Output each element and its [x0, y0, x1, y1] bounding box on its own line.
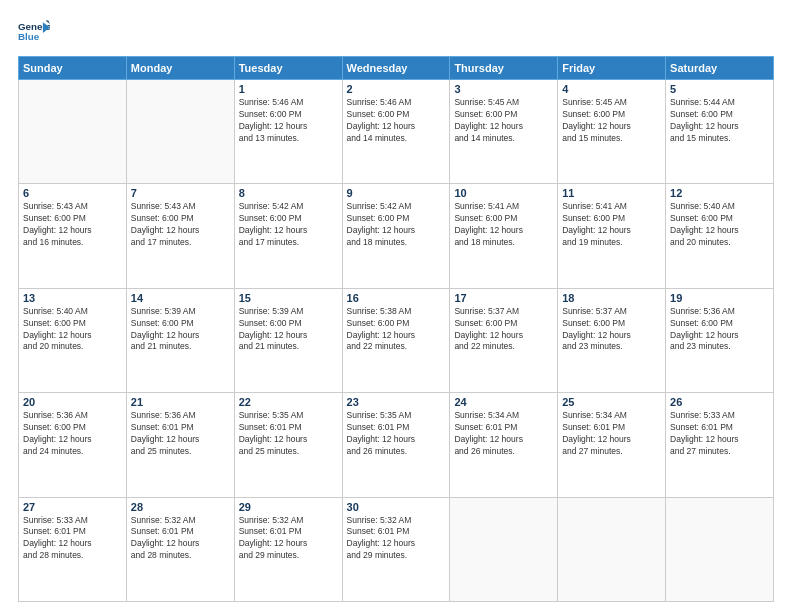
- day-number: 7: [131, 187, 230, 199]
- day-info: Sunrise: 5:41 AM Sunset: 6:00 PM Dayligh…: [454, 201, 553, 249]
- week-row-5: 27Sunrise: 5:33 AM Sunset: 6:01 PM Dayli…: [19, 497, 774, 601]
- calendar-table: SundayMondayTuesdayWednesdayThursdayFrid…: [18, 56, 774, 602]
- day-info: Sunrise: 5:34 AM Sunset: 6:01 PM Dayligh…: [454, 410, 553, 458]
- day-info: Sunrise: 5:36 AM Sunset: 6:01 PM Dayligh…: [131, 410, 230, 458]
- day-info: Sunrise: 5:32 AM Sunset: 6:01 PM Dayligh…: [347, 515, 446, 563]
- day-info: Sunrise: 5:36 AM Sunset: 6:00 PM Dayligh…: [670, 306, 769, 354]
- calendar-cell: 6Sunrise: 5:43 AM Sunset: 6:00 PM Daylig…: [19, 184, 127, 288]
- calendar-cell: 9Sunrise: 5:42 AM Sunset: 6:00 PM Daylig…: [342, 184, 450, 288]
- day-info: Sunrise: 5:43 AM Sunset: 6:00 PM Dayligh…: [131, 201, 230, 249]
- day-info: Sunrise: 5:44 AM Sunset: 6:00 PM Dayligh…: [670, 97, 769, 145]
- weekday-header-row: SundayMondayTuesdayWednesdayThursdayFrid…: [19, 57, 774, 80]
- calendar-cell: [450, 497, 558, 601]
- calendar-cell: 1Sunrise: 5:46 AM Sunset: 6:00 PM Daylig…: [234, 80, 342, 184]
- day-info: Sunrise: 5:34 AM Sunset: 6:01 PM Dayligh…: [562, 410, 661, 458]
- day-info: Sunrise: 5:45 AM Sunset: 6:00 PM Dayligh…: [562, 97, 661, 145]
- calendar-cell: 21Sunrise: 5:36 AM Sunset: 6:01 PM Dayli…: [126, 393, 234, 497]
- page: General Blue SundayMondayTuesdayWednesda…: [0, 0, 792, 612]
- day-number: 5: [670, 83, 769, 95]
- day-info: Sunrise: 5:40 AM Sunset: 6:00 PM Dayligh…: [670, 201, 769, 249]
- day-number: 13: [23, 292, 122, 304]
- calendar-cell: 17Sunrise: 5:37 AM Sunset: 6:00 PM Dayli…: [450, 288, 558, 392]
- header: General Blue: [18, 18, 774, 46]
- day-info: Sunrise: 5:40 AM Sunset: 6:00 PM Dayligh…: [23, 306, 122, 354]
- week-row-3: 13Sunrise: 5:40 AM Sunset: 6:00 PM Dayli…: [19, 288, 774, 392]
- day-number: 27: [23, 501, 122, 513]
- day-number: 14: [131, 292, 230, 304]
- day-info: Sunrise: 5:35 AM Sunset: 6:01 PM Dayligh…: [347, 410, 446, 458]
- weekday-header-friday: Friday: [558, 57, 666, 80]
- calendar-cell: 14Sunrise: 5:39 AM Sunset: 6:00 PM Dayli…: [126, 288, 234, 392]
- weekday-header-wednesday: Wednesday: [342, 57, 450, 80]
- calendar-cell: 27Sunrise: 5:33 AM Sunset: 6:01 PM Dayli…: [19, 497, 127, 601]
- day-info: Sunrise: 5:39 AM Sunset: 6:00 PM Dayligh…: [239, 306, 338, 354]
- calendar-cell: 13Sunrise: 5:40 AM Sunset: 6:00 PM Dayli…: [19, 288, 127, 392]
- day-number: 18: [562, 292, 661, 304]
- calendar-cell: 19Sunrise: 5:36 AM Sunset: 6:00 PM Dayli…: [666, 288, 774, 392]
- calendar-cell: 20Sunrise: 5:36 AM Sunset: 6:00 PM Dayli…: [19, 393, 127, 497]
- calendar-cell: 8Sunrise: 5:42 AM Sunset: 6:00 PM Daylig…: [234, 184, 342, 288]
- day-number: 15: [239, 292, 338, 304]
- calendar-cell: 10Sunrise: 5:41 AM Sunset: 6:00 PM Dayli…: [450, 184, 558, 288]
- calendar-cell: 30Sunrise: 5:32 AM Sunset: 6:01 PM Dayli…: [342, 497, 450, 601]
- day-number: 16: [347, 292, 446, 304]
- day-info: Sunrise: 5:46 AM Sunset: 6:00 PM Dayligh…: [239, 97, 338, 145]
- calendar-cell: 5Sunrise: 5:44 AM Sunset: 6:00 PM Daylig…: [666, 80, 774, 184]
- day-info: Sunrise: 5:43 AM Sunset: 6:00 PM Dayligh…: [23, 201, 122, 249]
- day-number: 3: [454, 83, 553, 95]
- day-number: 20: [23, 396, 122, 408]
- calendar-cell: 4Sunrise: 5:45 AM Sunset: 6:00 PM Daylig…: [558, 80, 666, 184]
- weekday-header-sunday: Sunday: [19, 57, 127, 80]
- week-row-2: 6Sunrise: 5:43 AM Sunset: 6:00 PM Daylig…: [19, 184, 774, 288]
- weekday-header-thursday: Thursday: [450, 57, 558, 80]
- calendar-cell: [126, 80, 234, 184]
- calendar-cell: 24Sunrise: 5:34 AM Sunset: 6:01 PM Dayli…: [450, 393, 558, 497]
- day-info: Sunrise: 5:45 AM Sunset: 6:00 PM Dayligh…: [454, 97, 553, 145]
- day-number: 24: [454, 396, 553, 408]
- day-info: Sunrise: 5:41 AM Sunset: 6:00 PM Dayligh…: [562, 201, 661, 249]
- day-info: Sunrise: 5:36 AM Sunset: 6:00 PM Dayligh…: [23, 410, 122, 458]
- weekday-header-monday: Monday: [126, 57, 234, 80]
- day-number: 29: [239, 501, 338, 513]
- day-number: 11: [562, 187, 661, 199]
- calendar-cell: 29Sunrise: 5:32 AM Sunset: 6:01 PM Dayli…: [234, 497, 342, 601]
- day-number: 30: [347, 501, 446, 513]
- calendar-cell: [558, 497, 666, 601]
- day-number: 23: [347, 396, 446, 408]
- day-info: Sunrise: 5:46 AM Sunset: 6:00 PM Dayligh…: [347, 97, 446, 145]
- day-number: 9: [347, 187, 446, 199]
- calendar-cell: 25Sunrise: 5:34 AM Sunset: 6:01 PM Dayli…: [558, 393, 666, 497]
- day-info: Sunrise: 5:32 AM Sunset: 6:01 PM Dayligh…: [131, 515, 230, 563]
- svg-text:Blue: Blue: [18, 31, 40, 42]
- day-info: Sunrise: 5:42 AM Sunset: 6:00 PM Dayligh…: [239, 201, 338, 249]
- calendar-cell: 15Sunrise: 5:39 AM Sunset: 6:00 PM Dayli…: [234, 288, 342, 392]
- day-info: Sunrise: 5:32 AM Sunset: 6:01 PM Dayligh…: [239, 515, 338, 563]
- day-info: Sunrise: 5:42 AM Sunset: 6:00 PM Dayligh…: [347, 201, 446, 249]
- calendar-cell: 7Sunrise: 5:43 AM Sunset: 6:00 PM Daylig…: [126, 184, 234, 288]
- calendar-cell: 23Sunrise: 5:35 AM Sunset: 6:01 PM Dayli…: [342, 393, 450, 497]
- day-number: 26: [670, 396, 769, 408]
- day-number: 22: [239, 396, 338, 408]
- week-row-4: 20Sunrise: 5:36 AM Sunset: 6:00 PM Dayli…: [19, 393, 774, 497]
- week-row-1: 1Sunrise: 5:46 AM Sunset: 6:00 PM Daylig…: [19, 80, 774, 184]
- calendar-cell: 18Sunrise: 5:37 AM Sunset: 6:00 PM Dayli…: [558, 288, 666, 392]
- calendar-cell: 16Sunrise: 5:38 AM Sunset: 6:00 PM Dayli…: [342, 288, 450, 392]
- calendar-cell: 28Sunrise: 5:32 AM Sunset: 6:01 PM Dayli…: [126, 497, 234, 601]
- day-number: 28: [131, 501, 230, 513]
- day-number: 1: [239, 83, 338, 95]
- logo-icon: General Blue: [18, 18, 50, 46]
- day-info: Sunrise: 5:39 AM Sunset: 6:00 PM Dayligh…: [131, 306, 230, 354]
- day-number: 10: [454, 187, 553, 199]
- day-info: Sunrise: 5:33 AM Sunset: 6:01 PM Dayligh…: [670, 410, 769, 458]
- calendar-cell: [19, 80, 127, 184]
- calendar-cell: 2Sunrise: 5:46 AM Sunset: 6:00 PM Daylig…: [342, 80, 450, 184]
- calendar-cell: 3Sunrise: 5:45 AM Sunset: 6:00 PM Daylig…: [450, 80, 558, 184]
- calendar-cell: 26Sunrise: 5:33 AM Sunset: 6:01 PM Dayli…: [666, 393, 774, 497]
- day-number: 19: [670, 292, 769, 304]
- day-number: 2: [347, 83, 446, 95]
- day-number: 12: [670, 187, 769, 199]
- day-info: Sunrise: 5:37 AM Sunset: 6:00 PM Dayligh…: [454, 306, 553, 354]
- day-info: Sunrise: 5:37 AM Sunset: 6:00 PM Dayligh…: [562, 306, 661, 354]
- calendar-cell: 22Sunrise: 5:35 AM Sunset: 6:01 PM Dayli…: [234, 393, 342, 497]
- day-number: 4: [562, 83, 661, 95]
